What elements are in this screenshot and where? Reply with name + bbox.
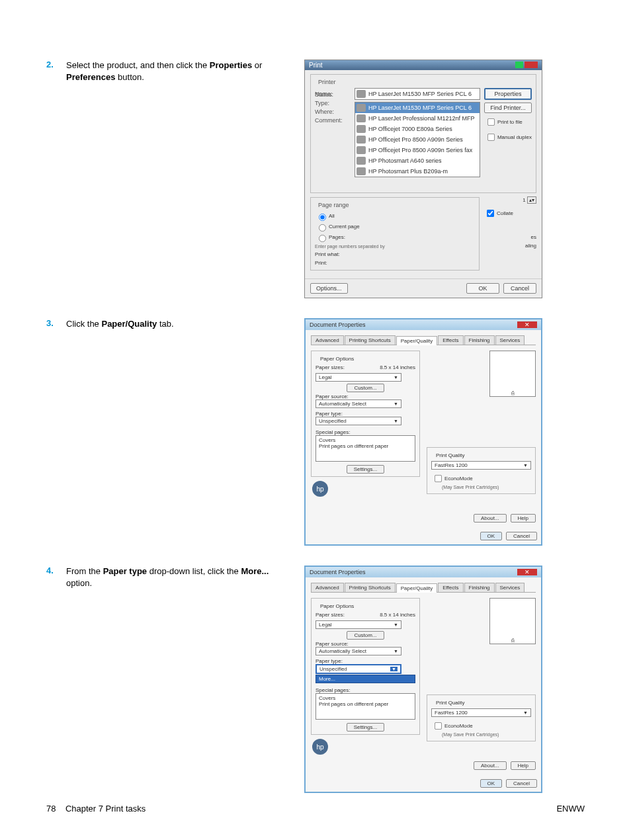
step-2-bold1: Properties <box>210 60 252 70</box>
paper-size-select[interactable]: Legal▼ <box>316 620 401 629</box>
radio-pages-label: Pages: <box>329 234 345 240</box>
printer-icon <box>357 125 366 133</box>
print-quality-select[interactable]: FastRes 1200▼ <box>431 708 531 717</box>
about-button[interactable]: About... <box>474 514 507 523</box>
doc-props-bottom: OK Cancel <box>306 528 541 544</box>
find-printer-button[interactable]: Find Printer... <box>484 103 532 113</box>
tab-row: Advanced Printing Shortcuts Paper/Qualit… <box>311 583 536 593</box>
paper-options-group: Paper Options Paper sizes:8.5 x 14 inche… <box>311 351 420 477</box>
status-label: Status: <box>315 91 355 98</box>
printer-button-column: Properties Find Printer... Print to file… <box>484 88 532 189</box>
custom-button[interactable]: Custom... <box>347 631 384 640</box>
paper-source-select[interactable]: Automatically Select▼ <box>316 647 401 655</box>
close-icon[interactable]: ✕ <box>517 321 537 328</box>
tab-services[interactable]: Services <box>495 335 525 345</box>
step-4-number: 4. <box>46 566 66 793</box>
print-dialog-title: Print <box>309 62 323 69</box>
footer-left: 78 Chapter 7 Print tasks <box>46 804 146 814</box>
special-pages-list[interactable]: Covers Print pages on different paper <box>316 693 415 720</box>
paper-options-title: Paper Options <box>318 356 356 362</box>
hp-logo-icon: hp <box>312 481 328 497</box>
step-2-number: 2. <box>46 60 66 298</box>
about-button[interactable]: About... <box>474 761 507 770</box>
print-quality-select[interactable]: FastRes 1200▼ <box>431 461 531 470</box>
more-option[interactable]: More... <box>316 675 415 683</box>
radio-all[interactable]: All <box>315 211 475 222</box>
more-label: More... <box>319 676 335 682</box>
print-quality-group: Print Quality FastRes 1200▼ EconoMode (M… <box>427 447 536 494</box>
ok-button[interactable]: OK <box>480 779 503 788</box>
collate-label: Collate <box>497 210 513 216</box>
printer-group: Printer Name:HP LaserJet M1530 MFP Serie… <box>310 74 536 193</box>
economode-sub: (May Save Print Cartridges) <box>442 732 531 737</box>
printer-group-title: Printer <box>316 79 338 85</box>
step-3-text: Click the Paper/Quality tab. <box>66 318 291 546</box>
manual-duplex-check[interactable]: Manual duplex <box>484 131 532 144</box>
paper-source-select[interactable]: Automatically Select▼ <box>316 399 401 408</box>
tab-paper-quality[interactable]: Paper/Quality <box>396 583 437 593</box>
comment-label: Comment: <box>315 117 355 124</box>
step-2: 2. Select the product, and then click th… <box>46 60 585 298</box>
page-number: 78 <box>46 804 56 814</box>
tab-shortcuts[interactable]: Printing Shortcuts <box>345 583 396 592</box>
step-2-pre: Select the product, and then click the <box>66 60 210 70</box>
printer-name-1: HP LaserJet M1530 MFP Series PCL 6 <box>368 105 472 111</box>
printer-icon <box>357 104 366 112</box>
tab-shortcuts[interactable]: Printing Shortcuts <box>345 335 396 345</box>
special-pages-list[interactable]: Covers Print pages on different paper <box>316 435 415 462</box>
help-button[interactable]: Help <box>511 761 536 770</box>
paper-type-select[interactable]: Unspecified▼ <box>316 417 401 425</box>
ok-button[interactable]: OK <box>466 283 499 294</box>
paper-options-group: Paper Options Paper sizes:8.5 x 14 inche… <box>311 598 420 735</box>
chevron-down-icon: ▼ <box>394 419 398 423</box>
tab-effects[interactable]: Effects <box>438 583 463 592</box>
page-preview: ⎙ <box>489 598 536 644</box>
ok-button[interactable]: OK <box>480 532 503 540</box>
tab-paper-quality[interactable]: Paper/Quality <box>396 336 437 345</box>
paper-size-select[interactable]: Legal▼ <box>316 373 401 382</box>
properties-button[interactable]: Properties <box>484 88 532 100</box>
copies-suffix: es <box>484 234 536 240</box>
paper-sizes-label: Paper sizes: <box>316 364 345 370</box>
paper-size-val: Legal <box>319 622 332 628</box>
options-button[interactable]: Options... <box>310 283 348 294</box>
paper-source-label: Paper source: <box>316 394 415 399</box>
custom-button[interactable]: Custom... <box>347 384 384 392</box>
economode-check[interactable]: EconoMode <box>431 472 531 485</box>
page-footer: 78 Chapter 7 Print tasks ENWW <box>46 804 585 814</box>
doc-props-dialog-2: Document Properties ✕ Advanced Printing … <box>304 566 542 793</box>
tab-services[interactable]: Services <box>495 583 525 592</box>
cancel-button[interactable]: Cancel <box>506 532 537 540</box>
tab-finishing[interactable]: Finishing <box>464 583 495 592</box>
tab-effects[interactable]: Effects <box>438 335 463 345</box>
step-3-post: tab. <box>157 319 173 329</box>
printer-selected[interactable]: HP LaserJet M1530 MFP Series PCL 6 <box>355 88 480 100</box>
settings-button[interactable]: Settings... <box>347 723 385 732</box>
tab-finishing[interactable]: Finishing <box>464 335 495 345</box>
tab-advanced[interactable]: Advanced <box>311 583 344 592</box>
cancel-button[interactable]: Cancel <box>503 283 536 294</box>
list-item-covers: Covers <box>319 437 412 443</box>
tab-advanced[interactable]: Advanced <box>311 335 344 345</box>
printer-name-3: HP Officejet 7000 E809a Series <box>368 126 452 132</box>
chevron-down-icon: ▼ <box>390 667 398 671</box>
page-range-group: Page range All Current page Pages: Enter… <box>310 197 480 271</box>
doc-props-titlebar: Document Properties ✕ <box>306 319 541 330</box>
print-to-file-check[interactable]: Print to file <box>484 116 532 128</box>
economode-check[interactable]: EconoMode <box>431 720 531 732</box>
collate-check[interactable]: Collate <box>484 207 536 220</box>
copies-col: 1 ▴▾ Collate es aling <box>484 197 536 274</box>
printer-icon <box>357 146 366 154</box>
step-3-bold1: Paper/Quality <box>101 319 157 329</box>
tab-row: Advanced Printing Shortcuts Paper/Qualit… <box>311 335 536 345</box>
paper-type-select-open[interactable]: Unspecified▼ <box>316 664 401 674</box>
radio-pages[interactable]: Pages: <box>315 232 475 243</box>
print-what-label: Print what: <box>315 251 340 257</box>
settings-button[interactable]: Settings... <box>347 465 385 474</box>
print-quality-title: Print Quality <box>434 452 467 458</box>
radio-current[interactable]: Current page <box>315 222 475 232</box>
close-icon[interactable]: ✕ <box>517 569 537 575</box>
step-4-pre: From the <box>66 566 103 576</box>
cancel-button[interactable]: Cancel <box>506 779 537 788</box>
help-button[interactable]: Help <box>511 514 536 523</box>
